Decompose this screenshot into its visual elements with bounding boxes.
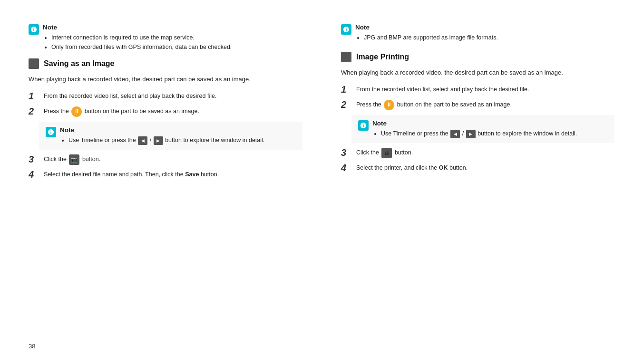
saving-inner-note-box: Note Use Timeline or press the / button …	[46, 126, 296, 145]
printing-step4-bold: OK	[439, 164, 448, 171]
note-icon-right1	[341, 24, 351, 35]
printing-step3-num: 3	[341, 147, 351, 158]
printer-icon-right	[381, 148, 392, 158]
printing-step3-text: Click the button.	[356, 148, 614, 158]
saving-note-after: button to explore the window in detail.	[165, 137, 264, 144]
left-note1-content: Note Internet connection is required to …	[43, 24, 232, 52]
left-note1-title: Note	[43, 24, 232, 31]
saving-step2-text: Press the button on the part to be saved…	[44, 106, 302, 117]
saving-step3-text: Click the button.	[44, 154, 302, 165]
printing-note-before: Use Timeline or press the	[381, 130, 448, 137]
printing-step1: 1 From the recorded video list, select a…	[341, 85, 614, 95]
left-note1-item1: Internet connection is required to use t…	[51, 33, 232, 42]
printing-note-after: button to explore the window in detail.	[477, 130, 577, 137]
corner-br	[630, 351, 638, 359]
saving-step2-num: 2	[29, 105, 39, 117]
printing-inner-note-box: Note Use Timeline or press the / button …	[358, 120, 608, 138]
right-note1: Note JPG and BMP are supported as image …	[341, 24, 614, 42]
saving-step3-after: button.	[82, 156, 100, 163]
printing-step2-num: 2	[341, 99, 351, 110]
saving-inner-note-content: Note Use Timeline or press the / button …	[60, 126, 264, 145]
right-note1-item1: JPG and BMP are supported as image file …	[364, 33, 498, 42]
saving-step3: 3 Click the button.	[29, 154, 302, 165]
left-note1-item2: Only from recorded files with GPS inform…	[51, 42, 232, 52]
pause-icon-left	[71, 106, 82, 117]
printing-step2-before: Press the	[356, 101, 381, 108]
printing-step4-after: button.	[449, 164, 468, 171]
saving-step2: 2 Press the button on the part to be sav…	[29, 106, 302, 117]
printing-step3-after: button.	[395, 149, 413, 156]
right-note1-content: Note JPG and BMP are supported as image …	[355, 24, 498, 42]
corner-tr	[630, 5, 638, 13]
corner-tl	[5, 5, 13, 13]
printing-step3-before: Click the	[356, 149, 379, 156]
saving-step2-before: Press the	[44, 108, 69, 115]
printing-section-intro: When playing back a recorded video, the …	[341, 68, 614, 78]
saving-step4-text: Select the desired file name and path. T…	[44, 170, 302, 179]
printing-note-separator: /	[462, 130, 464, 137]
saving-step4: 4 Select the desired file name and path.…	[29, 170, 302, 180]
next-icon-right	[466, 130, 476, 138]
saving-step2-after: button on the part to be saved as an ima…	[85, 108, 199, 115]
saving-inner-note-list: Use Timeline or press the / button to ex…	[60, 135, 264, 145]
printing-inner-note-content: Note Use Timeline or press the / button …	[372, 120, 577, 138]
printing-steps: 1 From the recorded video list, select a…	[341, 85, 614, 110]
printing-step4: 4 Select the printer, and click the OK b…	[341, 163, 614, 173]
printing-section-title: Image Printing	[356, 53, 409, 61]
camera-icon-left	[69, 154, 79, 165]
saving-step4-after: button.	[201, 171, 219, 178]
printing-inner-note: Note Use Timeline or press the / button …	[351, 115, 614, 143]
note-icon-left1	[29, 24, 39, 35]
saving-step1: 1 From the recorded video list, select a…	[29, 91, 302, 102]
printing-step4-num: 4	[341, 162, 351, 173]
saving-step4-before: Select the desired file name and path. T…	[44, 171, 184, 178]
printing-step2-after: button on the part to be saved as an ima…	[397, 101, 512, 108]
printing-section-icon	[341, 52, 351, 62]
saving-section-icon	[29, 58, 39, 69]
saving-inner-note: Note Use Timeline or press the / button …	[39, 122, 302, 150]
right-column: Note JPG and BMP are supported as image …	[336, 24, 614, 185]
next-icon-left	[154, 136, 163, 145]
note-icon-left2	[46, 127, 56, 137]
saving-step4-bold: Save	[185, 171, 199, 178]
saving-step1-num: 1	[29, 90, 39, 102]
printing-inner-note-title: Note	[372, 120, 577, 127]
saving-inner-note-item1: Use Timeline or press the / button to ex…	[68, 135, 264, 145]
printing-step2-text: Press the button on the part to be saved…	[356, 100, 614, 110]
prev-icon-right	[450, 130, 460, 138]
saving-note-before: Use Timeline or press the	[68, 137, 136, 144]
right-note1-list: JPG and BMP are supported as image file …	[355, 33, 498, 42]
saving-step3-before: Click the	[44, 156, 67, 163]
left-note1-list: Internet connection is required to use t…	[43, 33, 232, 52]
printing-inner-note-item1: Use Timeline or press the / button to ex…	[381, 129, 577, 138]
saving-section-title: Saving as an Image	[44, 59, 115, 68]
corner-bl	[5, 351, 13, 359]
left-note1: Note Internet connection is required to …	[29, 24, 302, 52]
page-container: Note Internet connection is required to …	[0, 0, 643, 364]
printing-step4-before: Select the printer, and click the	[356, 164, 437, 171]
left-column: Note Internet connection is required to …	[29, 24, 307, 185]
printing-step2: 2 Press the button on the part to be sav…	[341, 100, 614, 110]
printing-step3: 3 Click the button.	[341, 148, 614, 158]
page-number: 38	[29, 343, 35, 350]
saving-step3-num: 3	[29, 153, 39, 165]
saving-steps: 1 From the recorded video list, select a…	[29, 91, 302, 117]
printing-step1-text: From the recorded video list, select and…	[356, 85, 614, 94]
saving-section-header: Saving as an Image	[29, 58, 302, 69]
prev-icon-left	[138, 136, 147, 145]
printing-steps2: 3 Click the button. 4 Select the printer…	[341, 148, 614, 173]
saving-step4-num: 4	[29, 169, 39, 180]
saving-step1-text: From the recorded video list, select and…	[44, 91, 302, 101]
printing-step4-text: Select the printer, and click the OK but…	[356, 163, 614, 172]
note-icon-right2	[358, 120, 369, 131]
saving-steps2: 3 Click the button. 4 Select the desired…	[29, 154, 302, 180]
printing-section-header: Image Printing	[341, 52, 614, 62]
pause-icon-right	[384, 100, 394, 110]
saving-note-separator: /	[150, 137, 151, 144]
saving-inner-note-title: Note	[60, 126, 264, 134]
two-column-layout: Note Internet connection is required to …	[29, 24, 614, 185]
printing-step1-num: 1	[341, 84, 351, 95]
saving-section-intro: When playing back a recorded video, the …	[29, 75, 302, 85]
right-note1-title: Note	[355, 24, 498, 31]
printing-inner-note-list: Use Timeline or press the / button to ex…	[372, 129, 577, 138]
